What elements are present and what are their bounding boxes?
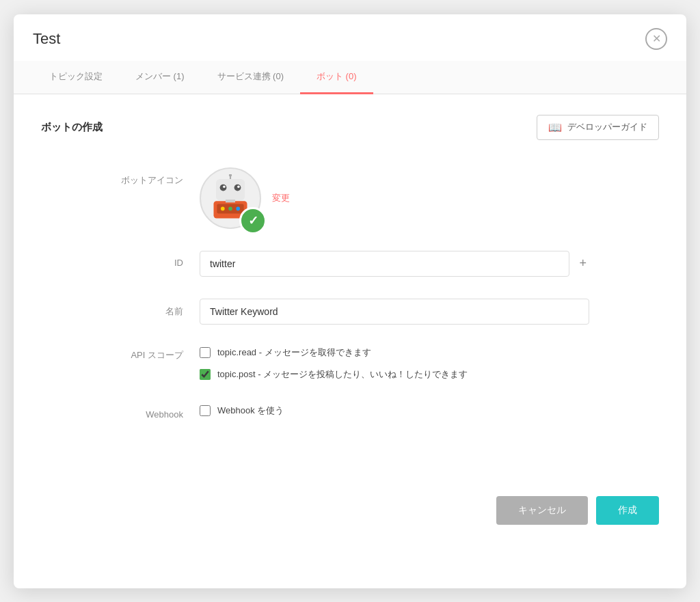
name-field-wrap (200, 299, 589, 325)
name-row: 名前 (111, 299, 589, 325)
api-scope-label: API スコープ (111, 346, 200, 361)
webhook-wrap: Webhook を使う (200, 405, 589, 417)
svg-point-2 (229, 174, 232, 177)
modal: Test ✕ トピック設定 メンバー (1) サービス連携 (0) ボット (0… (14, 14, 686, 588)
tab-services[interactable]: サービス連携 (0) (201, 61, 301, 94)
dev-guide-label: デベロッパーガイド (567, 121, 647, 133)
webhook-checkbox-label: Webhook を使う (217, 405, 284, 417)
success-badge: ✓ (239, 207, 267, 234)
close-icon: ✕ (652, 32, 661, 45)
svg-rect-12 (226, 200, 235, 202)
id-field-wrap: + (200, 251, 589, 277)
tab-topic-settings[interactable]: トピック設定 (33, 61, 119, 94)
svg-point-5 (223, 185, 226, 188)
id-label: ID (111, 251, 200, 268)
modal-header: Test ✕ (14, 14, 686, 61)
modal-body: ボットの作成 📖 デベロッパーガイド ボットアイコン (14, 94, 686, 469)
svg-point-3 (220, 184, 227, 191)
modal-footer: キャンセル 作成 (14, 482, 686, 538)
svg-point-11 (236, 206, 240, 210)
svg-rect-0 (216, 179, 245, 201)
scope-post-label: topic.post - メッセージを投稿したり、いいね！したりできます (217, 368, 468, 381)
svg-point-4 (234, 184, 241, 191)
webhook-item[interactable]: Webhook を使う (200, 405, 284, 417)
svg-point-10 (228, 206, 232, 210)
scope-read-checkbox[interactable] (200, 347, 211, 358)
add-id-button[interactable]: + (576, 254, 589, 273)
scope-read-item[interactable]: topic.read - メッセージを取得できます (200, 346, 468, 359)
icon-label: ボットアイコン (111, 167, 200, 187)
webhook-checkbox[interactable] (200, 405, 211, 416)
scope-read-label: topic.read - メッセージを取得できます (217, 346, 371, 359)
api-scope-wrap: topic.read - メッセージを取得できます topic.post - メ… (200, 346, 589, 381)
svg-point-6 (237, 185, 240, 188)
svg-point-9 (221, 206, 225, 210)
close-button[interactable]: ✕ (645, 28, 667, 50)
dev-guide-button[interactable]: 📖 デベロッパーガイド (537, 115, 659, 140)
tabs-bar: トピック設定 メンバー (1) サービス連携 (0) ボット (0) (14, 61, 686, 94)
api-scope-row: API スコープ topic.read - メッセージを取得できます topic… (111, 346, 589, 381)
scope-post-item[interactable]: topic.post - メッセージを投稿したり、いいね！したりできます (200, 368, 468, 381)
checkbox-group: topic.read - メッセージを取得できます topic.post - メ… (200, 346, 468, 381)
icon-wrap: ✓ 変更 (200, 167, 589, 229)
section-title: ボットの作成 (41, 121, 103, 134)
tab-members[interactable]: メンバー (1) (119, 61, 201, 94)
checkmark-icon: ✓ (248, 213, 258, 228)
modal-title: Test (33, 30, 60, 48)
name-label: 名前 (111, 299, 200, 318)
id-row: ID + (111, 251, 589, 277)
name-input[interactable] (200, 299, 589, 325)
avatar-container: ✓ (200, 167, 261, 229)
cancel-button[interactable]: キャンセル (496, 496, 588, 525)
change-link[interactable]: 変更 (272, 192, 290, 204)
webhook-row: Webhook Webhook を使う (111, 402, 589, 420)
book-icon: 📖 (548, 121, 562, 134)
id-input[interactable] (200, 251, 569, 277)
create-button[interactable]: 作成 (596, 496, 659, 525)
scope-post-checkbox[interactable] (200, 369, 211, 380)
bot-icon-row: ボットアイコン (111, 167, 589, 229)
tab-bots[interactable]: ボット (0) (300, 61, 373, 94)
webhook-label: Webhook (111, 402, 200, 420)
form-container: ボットアイコン (111, 167, 589, 420)
section-header: ボットの作成 📖 デベロッパーガイド (41, 115, 659, 140)
